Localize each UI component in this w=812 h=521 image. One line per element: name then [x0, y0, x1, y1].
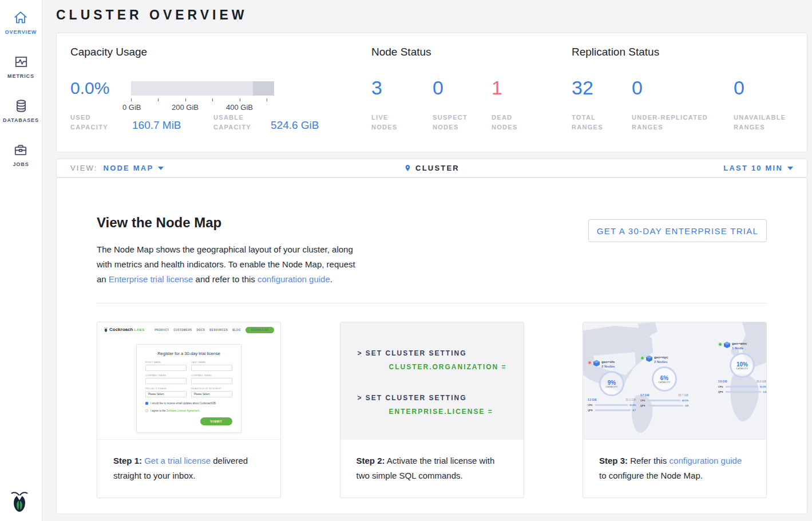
capacity-tick: [240, 98, 240, 101]
used-capacity-value: 160.7 MiB: [132, 119, 181, 132]
chevron-down-icon: [158, 167, 164, 170]
unavailable-ranges-label: UNAVAILABLE RANGES: [734, 113, 797, 132]
description-text: .: [330, 274, 332, 284]
sql-setting-line: CLUSTER.ORGANIZATION =: [358, 360, 524, 374]
sidebar-item-jobs[interactable]: JOBS: [13, 143, 29, 167]
mini-site-nav: PRODUCT CUSTOMERS DOCS RESOURCES BLOG DO…: [155, 327, 274, 333]
sidebar-item-label: METRICS: [7, 73, 34, 79]
sidebar-item-databases[interactable]: DATABASES: [3, 98, 39, 123]
step1-caption: Step 1: Get a trial license delivered st…: [97, 440, 280, 483]
mini-field-label: FIRST NAME: [145, 361, 187, 364]
capacity-ring: 10% CAPACITY: [730, 353, 755, 378]
mini-checkbox-row: I would like to receive email updates ab…: [145, 402, 232, 405]
enterprise-trial-button[interactable]: GET A 30-DAY ENTERPRISE TRIAL: [588, 219, 767, 242]
live-nodes-count: 3: [371, 78, 382, 97]
mini-field-label: LAST NAME: [191, 361, 232, 364]
mini-checkbox-text: I agree to the Software License Agreemen…: [150, 409, 200, 412]
steps-row: Cockroach LABS PRODUCT CUSTOMERS DOCS RE…: [97, 322, 767, 498]
mini-field-label: REASON FOR INTEREST: [191, 387, 232, 390]
description-text: and refer to this: [193, 274, 258, 284]
time-range-dropdown[interactable]: LAST 10 MIN: [723, 164, 793, 172]
sidebar: OVERVIEW METRICS DATABASES JOBS: [0, 0, 42, 521]
configuration-guide-link[interactable]: configuration guide: [670, 456, 742, 465]
node-map-description: The Node Map shows the geographical layo…: [97, 242, 359, 287]
step1-card: Cockroach LABS PRODUCT CUSTOMERS DOCS RE…: [97, 322, 281, 498]
scope-label: CLUSTER: [415, 164, 460, 172]
step3-card: geo=sfo2 Nodes 9% CAPACITY 3.2 GiB51.1 G…: [583, 322, 767, 498]
mini-cockroach-labs-logo: Cockroach LABS: [104, 327, 145, 333]
suspect-nodes-label: SUSPECT NODES: [433, 113, 473, 132]
node-map-panel: View the Node Map The Node Map shows the…: [56, 177, 807, 514]
mini-checkbox-unchecked: [145, 409, 148, 412]
mini-field-label: COMPANY EMAIL: [191, 374, 232, 377]
capacity-bar: [131, 81, 274, 96]
mini-input: [145, 365, 187, 371]
view-selector-dropdown[interactable]: NODE MAP: [104, 164, 164, 172]
capacity-tick: [212, 98, 213, 101]
sidebar-item-label: JOBS: [13, 161, 29, 167]
chevron-down-icon: [787, 167, 793, 170]
time-range-value: LAST 10 MIN: [723, 164, 783, 172]
metrics-icon: [14, 54, 29, 69]
mini-select: Please Select: [145, 391, 187, 397]
mini-submit-button: SUBMIT: [200, 417, 232, 425]
mini-form-title: Register for a 30-day trial license: [145, 351, 232, 356]
under-replicated-ranges-label: UNDER-REPLICATED RANGES: [632, 113, 726, 132]
capacity-ring: 6% CAPACITY: [652, 366, 677, 392]
capacity-tick: [131, 98, 132, 101]
mini-logo-name: Cockroach: [109, 327, 133, 332]
jobs-icon: [13, 143, 28, 157]
step2-prefix: Step 2:: [357, 456, 385, 465]
capacity-usage-title: Capacity Usage: [70, 46, 147, 58]
suspect-nodes-count: 0: [433, 78, 443, 97]
capacity-used-percent: 0.0%: [70, 78, 109, 98]
view-selector-value: NODE MAP: [104, 164, 154, 172]
mini-nav-item: DOCS: [196, 329, 205, 331]
sql-command-line: > SET CLUSTER SETTING: [358, 391, 524, 405]
capacity-ring: 9% CAPACITY: [599, 371, 624, 396]
capacity-tick: [267, 98, 267, 101]
under-replicated-ranges-count: 0: [632, 78, 643, 97]
node-cube-icon: [593, 360, 600, 366]
mini-trial-form: Register for a 30-day trial license FIRS…: [136, 344, 241, 433]
get-trial-license-link[interactable]: Get a trial license: [144, 456, 211, 465]
node-status-dot-live: [640, 356, 644, 360]
mini-nav-item: RESOURCES: [209, 329, 228, 331]
usable-capacity-value: 524.6 GiB: [271, 119, 319, 132]
mini-input: [145, 378, 187, 384]
node-status-dot-dead: [588, 361, 592, 365]
divider: [97, 303, 767, 303]
map-location-nyc: geo=nyc2 Nodes 6% CAPACITY 3.7 GiB65.7 G…: [640, 356, 688, 408]
step2-sql-block: > SET CLUSTER SETTING CLUSTER.ORGANIZATI…: [340, 322, 524, 440]
capacity-tick-label: 0 GiB: [122, 103, 141, 112]
capacity-tick-label: 400 GiB: [226, 103, 253, 112]
sidebar-item-overview[interactable]: OVERVIEW: [5, 10, 37, 35]
cockroach-bug-icon: [104, 327, 108, 333]
mini-checkbox-checked: [145, 402, 148, 405]
mini-site-header: Cockroach LABS PRODUCT CUSTOMERS DOCS RE…: [97, 322, 280, 337]
mini-input: [191, 365, 232, 371]
capacity-tick: [158, 98, 159, 101]
enterprise-trial-license-link[interactable]: Enterprise trial license: [109, 274, 193, 284]
replication-status-title: Replication Status: [572, 46, 659, 58]
databases-icon: [14, 98, 29, 113]
mini-nav-item: CUSTOMERS: [173, 329, 192, 331]
capacity-tick: [185, 98, 186, 101]
step2-card: > SET CLUSTER SETTING CLUSTER.ORGANIZATI…: [340, 322, 524, 498]
mini-field-label: COMPANY NAME: [145, 374, 187, 377]
sidebar-item-metrics[interactable]: METRICS: [7, 54, 34, 79]
sql-setting-line: ENTERPRISE.LICENSE =: [358, 405, 524, 419]
sql-command-line: > SET CLUSTER SETTING: [358, 346, 524, 360]
step3-node-map-preview: geo=sfo2 Nodes 9% CAPACITY 3.2 GiB51.1 G…: [583, 322, 766, 440]
step3-text: to configure the Node Map.: [599, 471, 703, 480]
mini-nav-item: BLOG: [232, 329, 241, 331]
mini-input: [191, 378, 232, 384]
dead-nodes-count: 1: [492, 78, 502, 97]
configuration-guide-link[interactable]: configuration guide: [258, 274, 330, 284]
node-status-dot-live: [718, 342, 722, 346]
capacity-bar-reserved-segment: [253, 81, 275, 96]
total-ranges-label: TOTAL RANGES: [572, 113, 615, 132]
live-nodes-label: LIVE NODES: [371, 113, 411, 132]
total-ranges-count: 32: [572, 78, 593, 97]
sidebar-item-label: OVERVIEW: [5, 29, 37, 35]
